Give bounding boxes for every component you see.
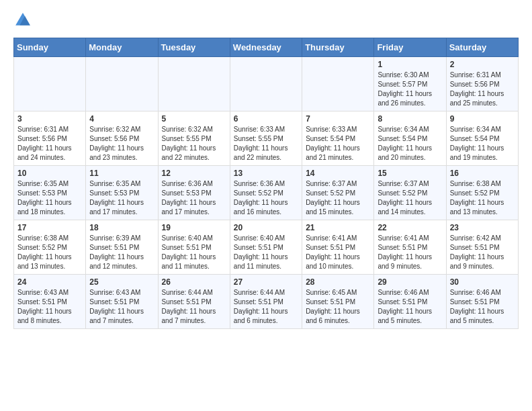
day-number: 8 <box>378 114 442 124</box>
header-row: SundayMondayTuesdayWednesdayThursdayFrid… <box>14 38 519 57</box>
day-number: 20 <box>234 223 298 232</box>
day-cell: 26Sunrise: 6:44 AM Sunset: 5:51 PM Dayli… <box>158 275 230 329</box>
day-cell: 14Sunrise: 6:37 AM Sunset: 5:52 PM Dayli… <box>302 166 374 220</box>
day-info: Sunrise: 6:38 AM Sunset: 5:52 PM Dayligh… <box>450 179 515 217</box>
col-header-monday: Monday <box>86 38 158 57</box>
day-number: 29 <box>378 277 442 287</box>
day-number: 25 <box>89 277 154 287</box>
week-row-4: 17Sunrise: 6:38 AM Sunset: 5:52 PM Dayli… <box>14 220 519 275</box>
day-number: 2 <box>450 60 515 69</box>
day-info: Sunrise: 6:46 AM Sunset: 5:51 PM Dayligh… <box>450 288 515 326</box>
logo-icon <box>13 11 32 30</box>
page: SundayMondayTuesdayWednesdayThursdayFrid… <box>0 0 532 340</box>
day-number: 21 <box>306 223 370 232</box>
day-cell: 25Sunrise: 6:43 AM Sunset: 5:51 PM Dayli… <box>86 275 158 329</box>
day-cell: 10Sunrise: 6:35 AM Sunset: 5:53 PM Dayli… <box>14 166 86 220</box>
day-number: 28 <box>306 277 370 287</box>
day-info: Sunrise: 6:46 AM Sunset: 5:51 PM Dayligh… <box>378 288 442 326</box>
calendar-table: SundayMondayTuesdayWednesdayThursdayFrid… <box>13 38 519 329</box>
day-number: 1 <box>378 60 442 69</box>
day-info: Sunrise: 6:37 AM Sunset: 5:52 PM Dayligh… <box>306 179 370 217</box>
day-info: Sunrise: 6:36 AM Sunset: 5:52 PM Dayligh… <box>234 179 298 217</box>
day-cell <box>158 57 230 111</box>
day-info: Sunrise: 6:35 AM Sunset: 5:53 PM Dayligh… <box>89 179 154 217</box>
day-number: 23 <box>450 223 515 232</box>
day-cell: 24Sunrise: 6:43 AM Sunset: 5:51 PM Dayli… <box>14 275 86 329</box>
day-cell: 19Sunrise: 6:40 AM Sunset: 5:51 PM Dayli… <box>158 220 230 275</box>
day-cell: 2Sunrise: 6:31 AM Sunset: 5:56 PM Daylig… <box>446 57 518 111</box>
day-number: 14 <box>306 169 370 178</box>
day-cell: 9Sunrise: 6:34 AM Sunset: 5:54 PM Daylig… <box>446 111 518 166</box>
day-cell: 4Sunrise: 6:32 AM Sunset: 5:56 PM Daylig… <box>86 111 158 166</box>
day-number: 12 <box>162 169 226 178</box>
day-number: 3 <box>17 114 82 124</box>
day-info: Sunrise: 6:40 AM Sunset: 5:51 PM Dayligh… <box>162 234 226 271</box>
day-number: 6 <box>234 114 298 124</box>
day-info: Sunrise: 6:44 AM Sunset: 5:51 PM Dayligh… <box>234 288 298 326</box>
day-cell <box>14 57 86 111</box>
day-cell: 1Sunrise: 6:30 AM Sunset: 5:57 PM Daylig… <box>374 57 446 111</box>
week-row-1: 1Sunrise: 6:30 AM Sunset: 5:57 PM Daylig… <box>14 57 519 111</box>
day-info: Sunrise: 6:34 AM Sunset: 5:54 PM Dayligh… <box>450 125 515 163</box>
day-info: Sunrise: 6:41 AM Sunset: 5:51 PM Dayligh… <box>306 234 370 271</box>
day-number: 26 <box>162 277 226 287</box>
day-info: Sunrise: 6:43 AM Sunset: 5:51 PM Dayligh… <box>89 288 154 326</box>
header <box>13 11 519 30</box>
day-cell <box>230 57 302 111</box>
logo <box>13 11 35 30</box>
col-header-sunday: Sunday <box>14 38 86 57</box>
day-cell: 28Sunrise: 6:45 AM Sunset: 5:51 PM Dayli… <box>302 275 374 329</box>
day-info: Sunrise: 6:37 AM Sunset: 5:52 PM Dayligh… <box>378 179 442 217</box>
day-info: Sunrise: 6:40 AM Sunset: 5:51 PM Dayligh… <box>234 234 298 271</box>
day-cell: 30Sunrise: 6:46 AM Sunset: 5:51 PM Dayli… <box>446 275 518 329</box>
day-number: 13 <box>234 169 298 178</box>
day-cell: 6Sunrise: 6:33 AM Sunset: 5:55 PM Daylig… <box>230 111 302 166</box>
day-number: 16 <box>450 169 515 178</box>
day-cell <box>302 57 374 111</box>
day-number: 27 <box>234 277 298 287</box>
day-info: Sunrise: 6:43 AM Sunset: 5:51 PM Dayligh… <box>17 288 82 326</box>
day-cell: 8Sunrise: 6:34 AM Sunset: 5:54 PM Daylig… <box>374 111 446 166</box>
day-number: 10 <box>17 169 82 178</box>
day-info: Sunrise: 6:32 AM Sunset: 5:56 PM Dayligh… <box>89 125 154 163</box>
col-header-friday: Friday <box>374 38 446 57</box>
day-cell: 5Sunrise: 6:32 AM Sunset: 5:55 PM Daylig… <box>158 111 230 166</box>
day-info: Sunrise: 6:36 AM Sunset: 5:53 PM Dayligh… <box>162 179 226 217</box>
day-cell: 12Sunrise: 6:36 AM Sunset: 5:53 PM Dayli… <box>158 166 230 220</box>
day-cell: 7Sunrise: 6:33 AM Sunset: 5:54 PM Daylig… <box>302 111 374 166</box>
day-cell: 21Sunrise: 6:41 AM Sunset: 5:51 PM Dayli… <box>302 220 374 275</box>
day-cell: 18Sunrise: 6:39 AM Sunset: 5:51 PM Dayli… <box>86 220 158 275</box>
day-cell: 3Sunrise: 6:31 AM Sunset: 5:56 PM Daylig… <box>14 111 86 166</box>
day-number: 11 <box>89 169 154 178</box>
day-info: Sunrise: 6:44 AM Sunset: 5:51 PM Dayligh… <box>162 288 226 326</box>
week-row-3: 10Sunrise: 6:35 AM Sunset: 5:53 PM Dayli… <box>14 166 519 220</box>
col-header-saturday: Saturday <box>446 38 518 57</box>
day-info: Sunrise: 6:30 AM Sunset: 5:57 PM Dayligh… <box>378 71 442 108</box>
day-number: 24 <box>17 277 82 287</box>
day-cell: 13Sunrise: 6:36 AM Sunset: 5:52 PM Dayli… <box>230 166 302 220</box>
day-cell: 29Sunrise: 6:46 AM Sunset: 5:51 PM Dayli… <box>374 275 446 329</box>
day-info: Sunrise: 6:32 AM Sunset: 5:55 PM Dayligh… <box>162 125 226 163</box>
col-header-thursday: Thursday <box>302 38 374 57</box>
day-number: 18 <box>89 223 154 232</box>
day-info: Sunrise: 6:33 AM Sunset: 5:55 PM Dayligh… <box>234 125 298 163</box>
day-info: Sunrise: 6:35 AM Sunset: 5:53 PM Dayligh… <box>17 179 82 217</box>
day-cell: 20Sunrise: 6:40 AM Sunset: 5:51 PM Dayli… <box>230 220 302 275</box>
week-row-2: 3Sunrise: 6:31 AM Sunset: 5:56 PM Daylig… <box>14 111 519 166</box>
day-number: 7 <box>306 114 370 124</box>
day-info: Sunrise: 6:42 AM Sunset: 5:51 PM Dayligh… <box>450 234 515 271</box>
day-cell: 27Sunrise: 6:44 AM Sunset: 5:51 PM Dayli… <box>230 275 302 329</box>
day-info: Sunrise: 6:39 AM Sunset: 5:51 PM Dayligh… <box>89 234 154 271</box>
day-number: 22 <box>378 223 442 232</box>
day-info: Sunrise: 6:34 AM Sunset: 5:54 PM Dayligh… <box>378 125 442 163</box>
day-info: Sunrise: 6:31 AM Sunset: 5:56 PM Dayligh… <box>17 125 82 163</box>
day-number: 19 <box>162 223 226 232</box>
col-header-wednesday: Wednesday <box>230 38 302 57</box>
day-number: 15 <box>378 169 442 178</box>
day-info: Sunrise: 6:38 AM Sunset: 5:52 PM Dayligh… <box>17 234 82 271</box>
day-number: 4 <box>89 114 154 124</box>
day-number: 5 <box>162 114 226 124</box>
day-cell: 15Sunrise: 6:37 AM Sunset: 5:52 PM Dayli… <box>374 166 446 220</box>
day-info: Sunrise: 6:33 AM Sunset: 5:54 PM Dayligh… <box>306 125 370 163</box>
day-cell: 22Sunrise: 6:41 AM Sunset: 5:51 PM Dayli… <box>374 220 446 275</box>
